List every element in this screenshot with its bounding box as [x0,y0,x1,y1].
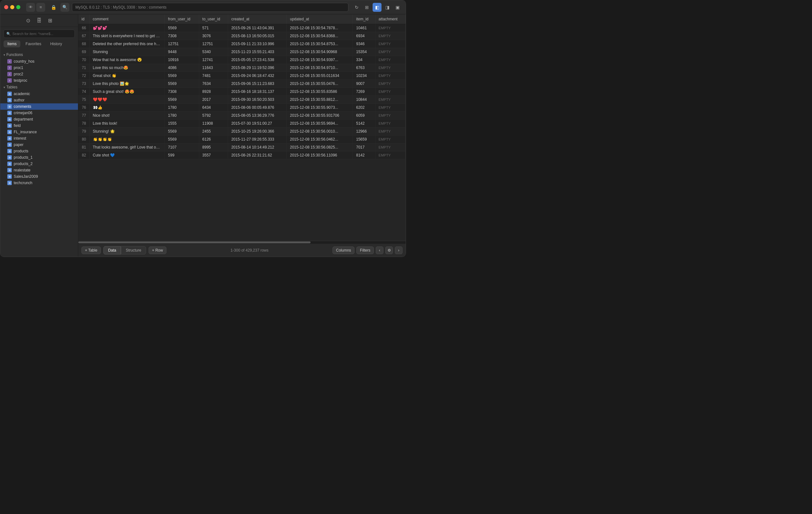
columns-button[interactable]: Columns [332,246,354,254]
table-row[interactable]: 66💕💕💕55695712015-09-26 11:43:04.3912015-… [78,24,406,32]
cell-id[interactable]: 66 [78,24,89,32]
sidebar-item-proc1[interactable]: f proc1 [0,65,78,71]
cell-id[interactable]: 79 [78,127,89,135]
cell-attachment[interactable]: EMPTY [375,56,405,64]
cell-created_at[interactable]: 2015-08-13 16:50:05.015 [228,32,286,40]
horizontal-scrollbar[interactable] [78,241,406,243]
cell-from_user_id[interactable]: 599 [165,151,199,159]
cell-id[interactable]: 77 [78,112,89,120]
col-header-updated-at[interactable]: updated_at [287,14,353,24]
cell-created_at[interactable]: 2015-09-24 06:18:47.432 [228,72,286,80]
table-row[interactable]: 74Such a great shot! 😍😍730889282015-08-1… [78,88,406,96]
cell-updated_at[interactable]: 2015-12-08 15:30:54.9397... [287,56,353,64]
cell-from_user_id[interactable]: 5569 [165,127,199,135]
cell-from_user_id[interactable]: 5569 [165,96,199,104]
cell-item_id[interactable]: 10844 [353,96,375,104]
sidebar-db-icon[interactable]: ⊙ [26,18,30,24]
panel-left-icon-button[interactable]: ◧ [373,3,381,12]
cell-created_at[interactable]: 2015-11-27 09:26:55.333 [228,135,286,144]
cell-created_at[interactable]: 2015-11-23 15:55:21.403 [228,48,286,56]
cell-to_user_id[interactable]: 7634 [199,80,228,88]
table-row[interactable]: 69Stunning944853402015-11-23 15:55:21.40… [78,48,406,56]
cell-attachment[interactable]: EMPTY [375,112,405,120]
cell-attachment[interactable]: EMPTY [375,80,405,88]
cell-comment[interactable]: Stunning! 🌟 [89,127,165,135]
eye-icon-button[interactable]: 👁 [26,3,35,12]
cell-from_user_id[interactable]: 1780 [165,112,199,120]
cell-attachment[interactable]: EMPTY [375,96,405,104]
cell-id[interactable]: 75 [78,96,89,104]
close-button[interactable] [4,5,8,9]
sidebar-item-proc2[interactable]: f proc2 [0,71,78,77]
cell-id[interactable]: 82 [78,151,89,159]
table-row[interactable]: 81That looks awesome, girl! Love that ou… [78,144,406,151]
cell-attachment[interactable]: EMPTY [375,48,405,56]
cell-id[interactable]: 70 [78,56,89,64]
cell-updated_at[interactable]: 2015-12-08 15:30:56.0010... [287,127,353,135]
cell-comment[interactable]: This skirt is everywhere I need to get m… [89,32,165,40]
cell-updated_at[interactable]: 2015-12-08 15:30:55.931706 [287,112,353,120]
sidebar-item-salesjan2009[interactable]: ⊞ SalesJan2009 [0,173,78,180]
cell-item_id[interactable]: 12966 [353,127,375,135]
sidebar-grid-icon[interactable]: ⊞ [48,18,52,24]
cell-item_id[interactable]: 6059 [353,112,375,120]
cell-comment[interactable]: 👀👍 [89,104,165,112]
cell-updated_at[interactable]: 2015-12-08 15:30:56.11096 [287,151,353,159]
sidebar-item-products-1[interactable]: ⊞ products_1 [0,154,78,161]
cell-from_user_id[interactable]: 1555 [165,120,199,127]
cell-to_user_id[interactable]: 571 [199,24,228,32]
cell-id[interactable]: 67 [78,32,89,40]
cell-id[interactable]: 73 [78,80,89,88]
cell-item_id[interactable]: 7017 [353,144,375,151]
cell-updated_at[interactable]: 2015-12-08 15:30:54.7878... [287,24,353,32]
cell-created_at[interactable]: 2015-08-14 10:14:49.212 [228,144,286,151]
cell-item_id[interactable]: 9007 [353,80,375,88]
cell-item_id[interactable]: 8142 [353,151,375,159]
cell-item_id[interactable]: 7269 [353,88,375,96]
sidebar-item-realestate[interactable]: ⊞ realestate [0,167,78,173]
add-row-button[interactable]: + Row [149,246,166,254]
tab-items[interactable]: Items [3,40,20,48]
sidebar-item-fl-insurance[interactable]: ⊞ FL_insurance [0,129,78,135]
sidebar-item-paper[interactable]: ⊞ paper [0,142,78,148]
cell-to_user_id[interactable]: 3076 [199,32,228,40]
sidebar-item-department[interactable]: ⊞ department [0,116,78,122]
table-row[interactable]: 80👏👏👏👏556961262015-11-27 09:26:55.333201… [78,135,406,144]
cell-comment[interactable]: Stunning [89,48,165,56]
cell-to_user_id[interactable]: 11908 [199,120,228,127]
cell-id[interactable]: 68 [78,40,89,48]
cell-id[interactable]: 71 [78,64,89,72]
table-row[interactable]: 68Deleted the other preferred this one h… [78,40,406,48]
list-icon-button[interactable]: ≡ [36,3,45,12]
cell-to_user_id[interactable]: 3557 [199,151,228,159]
cell-comment[interactable]: Love this photo 🖼️🌟 [89,80,165,88]
prev-page-button[interactable]: ‹ [376,246,383,254]
cell-updated_at[interactable]: 2015-12-08 15:30:54.90968 [287,48,353,56]
cell-updated_at[interactable]: 2015-12-08 15:30:54.9710... [287,64,353,72]
cell-from_user_id[interactable]: 10916 [165,56,199,64]
cell-item_id[interactable]: 5142 [353,120,375,127]
cell-created_at[interactable]: 2015-07-30 19:51:00.27 [228,120,286,127]
table-row[interactable]: 77Nice shot!178057922015-08-05 13:36:29.… [78,112,406,120]
col-header-id[interactable]: id [78,14,89,24]
cell-updated_at[interactable]: 2015-12-08 15:30:55.8812... [287,96,353,104]
cell-comment[interactable]: Nice shot! [89,112,165,120]
tables-section-header[interactable]: ▾ Tables [0,84,78,91]
cell-updated_at[interactable]: 2015-12-08 15:30:55.83586 [287,88,353,96]
cell-updated_at[interactable]: 2015-12-08 15:30:54.8368... [287,32,353,40]
tab-structure-button[interactable]: Structure [121,246,146,254]
grid-icon-button[interactable]: ⊞ [362,3,371,12]
cell-from_user_id[interactable]: 5569 [165,80,199,88]
cell-to_user_id[interactable]: 6434 [199,104,228,112]
table-row[interactable]: 73Love this photo 🖼️🌟556976342015-09-06 … [78,80,406,88]
sidebar-item-author[interactable]: ⊞ author [0,97,78,103]
panel-both-icon-button[interactable]: ▣ [393,3,402,12]
cell-attachment[interactable]: EMPTY [375,88,405,96]
cell-from_user_id[interactable]: 1780 [165,104,199,112]
lock-icon-button[interactable]: 🔒 [49,3,58,12]
cell-created_at[interactable]: 2015-08-16 18:18:31.137 [228,88,286,96]
tab-data-button[interactable]: Data [104,246,121,254]
cell-item_id[interactable]: 6202 [353,104,375,112]
sidebar-search-bar[interactable]: 🔍 Search for item: ^name$... [3,30,75,38]
cell-item_id[interactable]: 10234 [353,72,375,80]
